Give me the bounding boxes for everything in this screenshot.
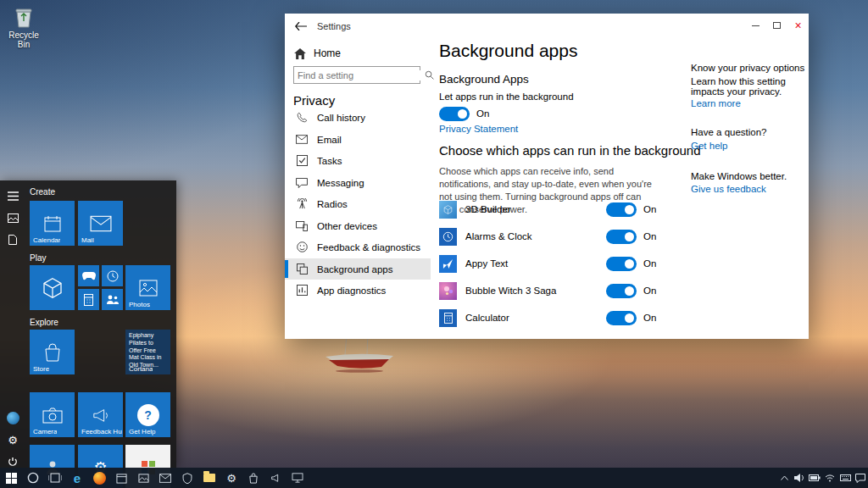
search-input[interactable] xyxy=(294,70,421,80)
monitor-icon xyxy=(292,473,303,483)
search-icon[interactable] xyxy=(421,70,437,80)
tile-cortana-news[interactable]: Epiphany Pilates to Offer Free Mat Class… xyxy=(125,330,170,374)
maximize-button[interactable] xyxy=(766,14,787,37)
people-icon xyxy=(106,295,119,304)
back-button[interactable] xyxy=(288,15,314,37)
minimize-button[interactable] xyxy=(745,14,766,37)
battery-button[interactable] xyxy=(807,468,822,488)
photos-taskbar-icon xyxy=(138,473,149,484)
tile-get-help[interactable]: ? Get Help xyxy=(125,392,170,437)
tile-games[interactable] xyxy=(78,265,99,286)
cortana-search-button[interactable] xyxy=(22,468,44,488)
tile-clock[interactable] xyxy=(102,265,123,286)
network-button[interactable] xyxy=(822,468,837,488)
tile-photos[interactable]: Photos xyxy=(125,265,170,310)
action-center-button[interactable] xyxy=(853,468,868,488)
tile-label: Feedback Hub xyxy=(81,428,122,435)
taskbar-settings[interactable]: ⚙ xyxy=(220,468,242,488)
pictures-icon[interactable] xyxy=(6,211,19,225)
page-title: Background apps xyxy=(439,41,577,61)
speaker-icon xyxy=(794,474,804,482)
taskbar-firefox[interactable] xyxy=(88,468,110,488)
tile-3d-builder[interactable] xyxy=(30,265,75,310)
taskbar-file-explorer[interactable] xyxy=(198,468,220,488)
recycle-bin[interactable]: Recycle Bin xyxy=(3,7,44,49)
privacy-options-title: Know your privacy options xyxy=(691,63,809,73)
nav-home[interactable]: Home xyxy=(293,44,341,63)
tile-calculator-small[interactable] xyxy=(78,289,99,310)
tile-mail[interactable]: Mail xyxy=(78,201,123,246)
envelope-icon xyxy=(295,133,309,147)
taskbar-mail[interactable] xyxy=(154,468,176,488)
taskbar-this-pc[interactable] xyxy=(287,468,309,488)
start-button[interactable] xyxy=(0,468,22,488)
mail-taskbar-icon xyxy=(159,474,171,483)
nav-item-call-history[interactable]: Call history xyxy=(285,107,431,128)
taskbar-edge[interactable]: e xyxy=(66,468,88,488)
toggle-alarms-clock[interactable] xyxy=(606,230,637,244)
nav-item-other-devices[interactable]: Other devices xyxy=(285,215,431,236)
documents-icon[interactable] xyxy=(6,233,19,247)
settings-gear-icon[interactable]: ⚙ xyxy=(6,433,19,446)
calculator-icon xyxy=(84,294,93,306)
recycle-bin-icon xyxy=(14,7,34,29)
power-icon[interactable] xyxy=(6,455,19,469)
nav-item-radios[interactable]: Radios xyxy=(285,193,431,214)
tile-people-small[interactable] xyxy=(102,289,123,310)
cortana-circle-icon xyxy=(27,472,39,484)
3d-builder-icon xyxy=(439,201,457,219)
taskbar-calendar[interactable] xyxy=(110,468,132,488)
tile-label: Calendar xyxy=(33,236,60,244)
nav-item-messaging[interactable]: Messaging xyxy=(285,172,431,193)
toggle-bubble-witch[interactable] xyxy=(606,284,637,298)
nav-item-background-apps[interactable]: Background apps xyxy=(285,258,431,280)
start-menu: ⚙ Create Calendar Mail Play xyxy=(0,180,176,468)
gear-taskbar-icon: ⚙ xyxy=(226,472,236,485)
chevron-up-icon xyxy=(781,475,788,480)
nav-item-tasks[interactable]: Tasks xyxy=(285,150,431,171)
tile-label: Photos xyxy=(129,301,150,308)
group-title: Background Apps xyxy=(439,73,529,86)
nav-item-email[interactable]: Email xyxy=(285,129,431,150)
toggle-calculator[interactable] xyxy=(606,311,637,325)
recycle-bin-label: Recycle Bin xyxy=(3,30,44,49)
camera-icon xyxy=(42,407,63,424)
smiley-icon xyxy=(295,241,309,254)
get-help-link[interactable]: Get help xyxy=(691,141,809,151)
privacy-statement-link[interactable]: Privacy Statement xyxy=(439,124,518,134)
appy-text-icon xyxy=(439,255,457,273)
firefox-icon xyxy=(93,472,106,485)
tile-label: Store xyxy=(33,365,49,373)
nav-item-app-diagnostics[interactable]: App diagnostics xyxy=(285,280,431,301)
privacy-options-desc: Learn how this setting impacts your priv… xyxy=(691,76,809,97)
give-feedback-link[interactable]: Give us feedback xyxy=(691,184,809,194)
master-toggle[interactable] xyxy=(439,107,470,121)
tile-calendar[interactable]: Calendar xyxy=(30,201,75,246)
learn-more-link[interactable]: Learn more xyxy=(691,98,809,108)
task-view-button[interactable] xyxy=(44,468,66,488)
state-calculator: On xyxy=(643,313,656,323)
tile-store[interactable]: Store xyxy=(30,330,75,374)
taskbar-photos[interactable] xyxy=(132,468,154,488)
calendar-taskbar-icon xyxy=(116,473,127,484)
close-button[interactable]: × xyxy=(787,14,809,37)
alarms-clock-icon xyxy=(439,228,457,246)
user-avatar[interactable] xyxy=(6,411,19,424)
tile-camera[interactable]: Camera xyxy=(30,392,75,437)
toggle-appy-text[interactable] xyxy=(606,257,637,271)
taskbar-store[interactable] xyxy=(242,468,264,488)
taskbar-feedback-hub[interactable] xyxy=(264,468,287,488)
volume-button[interactable] xyxy=(792,468,807,488)
hamburger-menu-icon[interactable] xyxy=(6,189,19,202)
state-3d-builder: On xyxy=(643,204,656,214)
keyboard-button[interactable] xyxy=(837,468,853,488)
settings-window: Settings × Home Privacy Call history Ema… xyxy=(285,14,809,339)
tile-label: Camera xyxy=(33,428,57,435)
taskbar-defender[interactable] xyxy=(176,468,198,488)
nav-item-feedback-diagnostics[interactable]: Feedback & diagnostics xyxy=(285,236,431,258)
master-toggle-state: On xyxy=(476,108,489,119)
phone-icon xyxy=(295,111,309,125)
hidden-icons-chevron[interactable] xyxy=(776,468,792,488)
toggle-3d-builder[interactable] xyxy=(606,202,637,217)
tile-feedback-hub[interactable]: Feedback Hub xyxy=(78,392,123,437)
